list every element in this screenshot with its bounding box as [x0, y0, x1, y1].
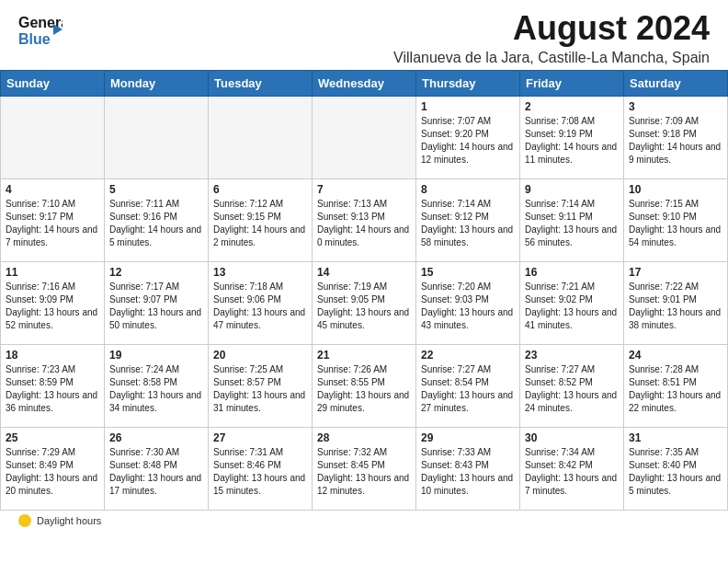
day-info: Sunrise: 7:22 AMSunset: 9:01 PMDaylight:… [629, 281, 722, 332]
day-cell-9: 9Sunrise: 7:14 AMSunset: 9:11 PMDaylight… [520, 179, 624, 262]
day-number: 1 [421, 100, 515, 113]
day-number: 17 [629, 266, 722, 279]
day-info: Sunrise: 7:29 AMSunset: 8:49 PMDaylight:… [6, 446, 99, 498]
day-info: Sunrise: 7:11 AMSunset: 9:16 PMDaylight:… [109, 198, 203, 249]
day-number: 22 [421, 349, 515, 362]
day-number: 20 [213, 349, 307, 362]
day-number: 25 [6, 431, 99, 444]
day-number: 2 [525, 100, 619, 113]
day-cell-empty-2 [209, 97, 313, 179]
day-cell-7: 7Sunrise: 7:13 AMSunset: 9:13 PMDaylight… [313, 179, 416, 262]
sun-icon [18, 514, 31, 527]
col-header-sunday: Sunday [1, 71, 105, 97]
day-cell-21: 21Sunrise: 7:26 AMSunset: 8:55 PMDayligh… [313, 345, 416, 428]
day-info: Sunrise: 7:10 AMSunset: 9:17 PMDaylight:… [6, 198, 99, 249]
day-info: Sunrise: 7:14 AMSunset: 9:11 PMDaylight:… [525, 198, 619, 249]
day-info: Sunrise: 7:18 AMSunset: 9:06 PMDaylight:… [213, 281, 307, 332]
day-cell-3: 3Sunrise: 7:09 AMSunset: 9:18 PMDaylight… [624, 97, 728, 179]
week-row-3: 11Sunrise: 7:16 AMSunset: 9:09 PMDayligh… [1, 262, 728, 345]
day-info: Sunrise: 7:28 AMSunset: 8:51 PMDaylight:… [629, 363, 722, 415]
day-info: Sunrise: 7:27 AMSunset: 8:54 PMDaylight:… [421, 363, 515, 415]
day-cell-1: 1Sunrise: 7:07 AMSunset: 9:20 PMDaylight… [416, 97, 520, 179]
calendar-table: SundayMondayTuesdayWednesdayThursdayFrid… [0, 70, 728, 511]
day-cell-empty-3 [313, 97, 416, 179]
day-info: Sunrise: 7:09 AMSunset: 9:18 PMDaylight:… [629, 115, 722, 167]
day-info: Sunrise: 7:21 AMSunset: 9:02 PMDaylight:… [525, 281, 619, 332]
day-cell-15: 15Sunrise: 7:20 AMSunset: 9:03 PMDayligh… [416, 262, 520, 345]
day-cell-13: 13Sunrise: 7:18 AMSunset: 9:06 PMDayligh… [209, 262, 313, 345]
day-cell-20: 20Sunrise: 7:25 AMSunset: 8:57 PMDayligh… [209, 345, 313, 428]
day-number: 9 [525, 183, 619, 196]
logo: General Blue [18, 9, 63, 53]
day-info: Sunrise: 7:35 AMSunset: 8:40 PMDaylight:… [629, 446, 722, 498]
day-number: 26 [109, 431, 203, 444]
day-cell-11: 11Sunrise: 7:16 AMSunset: 9:09 PMDayligh… [1, 262, 105, 345]
day-cell-23: 23Sunrise: 7:27 AMSunset: 8:52 PMDayligh… [520, 345, 624, 428]
footer-label: Daylight hours [37, 515, 101, 526]
day-cell-29: 29Sunrise: 7:33 AMSunset: 8:43 PMDayligh… [416, 428, 520, 511]
day-info: Sunrise: 7:15 AMSunset: 9:10 PMDaylight:… [629, 198, 722, 249]
col-header-monday: Monday [105, 71, 209, 97]
day-cell-5: 5Sunrise: 7:11 AMSunset: 9:16 PMDaylight… [105, 179, 209, 262]
day-info: Sunrise: 7:08 AMSunset: 9:19 PMDaylight:… [525, 115, 619, 167]
title-block: August 2024 Villanueva de la Jara, Casti… [393, 9, 710, 66]
day-info: Sunrise: 7:07 AMSunset: 9:20 PMDaylight:… [421, 115, 515, 167]
col-header-tuesday: Tuesday [209, 71, 313, 97]
week-row-2: 4Sunrise: 7:10 AMSunset: 9:17 PMDaylight… [1, 179, 728, 262]
day-info: Sunrise: 7:17 AMSunset: 9:07 PMDaylight:… [109, 281, 203, 332]
day-number: 10 [629, 183, 722, 196]
day-cell-10: 10Sunrise: 7:15 AMSunset: 9:10 PMDayligh… [624, 179, 728, 262]
day-cell-empty-1 [105, 97, 209, 179]
day-cell-8: 8Sunrise: 7:14 AMSunset: 9:12 PMDaylight… [416, 179, 520, 262]
day-info: Sunrise: 7:31 AMSunset: 8:46 PMDaylight:… [213, 446, 307, 498]
col-header-thursday: Thursday [416, 71, 520, 97]
day-info: Sunrise: 7:26 AMSunset: 8:55 PMDaylight:… [317, 363, 411, 415]
page-title: August 2024 [393, 9, 710, 48]
day-info: Sunrise: 7:14 AMSunset: 9:12 PMDaylight:… [421, 198, 515, 249]
day-number: 15 [421, 266, 515, 279]
day-cell-26: 26Sunrise: 7:30 AMSunset: 8:48 PMDayligh… [105, 428, 209, 511]
day-info: Sunrise: 7:24 AMSunset: 8:58 PMDaylight:… [109, 363, 203, 415]
logo-icon: General Blue [18, 9, 63, 50]
day-number: 16 [525, 266, 619, 279]
svg-text:Blue: Blue [18, 31, 51, 47]
day-number: 19 [109, 349, 203, 362]
day-cell-empty-0 [1, 97, 105, 179]
day-info: Sunrise: 7:23 AMSunset: 8:59 PMDaylight:… [6, 363, 99, 415]
day-info: Sunrise: 7:20 AMSunset: 9:03 PMDaylight:… [421, 281, 515, 332]
day-cell-14: 14Sunrise: 7:19 AMSunset: 9:05 PMDayligh… [313, 262, 416, 345]
day-cell-30: 30Sunrise: 7:34 AMSunset: 8:42 PMDayligh… [520, 428, 624, 511]
day-number: 12 [109, 266, 203, 279]
day-cell-4: 4Sunrise: 7:10 AMSunset: 9:17 PMDaylight… [1, 179, 105, 262]
day-number: 18 [6, 349, 99, 362]
day-cell-12: 12Sunrise: 7:17 AMSunset: 9:07 PMDayligh… [105, 262, 209, 345]
day-cell-28: 28Sunrise: 7:32 AMSunset: 8:45 PMDayligh… [313, 428, 416, 511]
day-info: Sunrise: 7:32 AMSunset: 8:45 PMDaylight:… [317, 446, 411, 498]
week-row-5: 25Sunrise: 7:29 AMSunset: 8:49 PMDayligh… [1, 428, 728, 511]
day-cell-6: 6Sunrise: 7:12 AMSunset: 9:15 PMDaylight… [209, 179, 313, 262]
calendar-header-row: SundayMondayTuesdayWednesdayThursdayFrid… [1, 71, 728, 97]
day-cell-2: 2Sunrise: 7:08 AMSunset: 9:19 PMDaylight… [520, 97, 624, 179]
day-info: Sunrise: 7:27 AMSunset: 8:52 PMDaylight:… [525, 363, 619, 415]
day-cell-27: 27Sunrise: 7:31 AMSunset: 8:46 PMDayligh… [209, 428, 313, 511]
col-header-saturday: Saturday [624, 71, 728, 97]
col-header-wednesday: Wednesday [313, 71, 416, 97]
day-info: Sunrise: 7:13 AMSunset: 9:13 PMDaylight:… [317, 198, 411, 249]
day-info: Sunrise: 7:34 AMSunset: 8:42 PMDaylight:… [525, 446, 619, 498]
day-number: 8 [421, 183, 515, 196]
day-number: 29 [421, 431, 515, 444]
day-number: 31 [629, 431, 722, 444]
page-header: General Blue August 2024 Villanueva de l… [0, 0, 728, 70]
footer: Daylight hours [0, 511, 728, 533]
day-number: 21 [317, 349, 411, 362]
day-number: 14 [317, 266, 411, 279]
day-info: Sunrise: 7:25 AMSunset: 8:57 PMDaylight:… [213, 363, 307, 415]
day-cell-25: 25Sunrise: 7:29 AMSunset: 8:49 PMDayligh… [1, 428, 105, 511]
day-number: 28 [317, 431, 411, 444]
day-number: 24 [629, 349, 722, 362]
day-cell-19: 19Sunrise: 7:24 AMSunset: 8:58 PMDayligh… [105, 345, 209, 428]
day-cell-18: 18Sunrise: 7:23 AMSunset: 8:59 PMDayligh… [1, 345, 105, 428]
day-number: 30 [525, 431, 619, 444]
day-info: Sunrise: 7:16 AMSunset: 9:09 PMDaylight:… [6, 281, 99, 332]
day-info: Sunrise: 7:33 AMSunset: 8:43 PMDaylight:… [421, 446, 515, 498]
